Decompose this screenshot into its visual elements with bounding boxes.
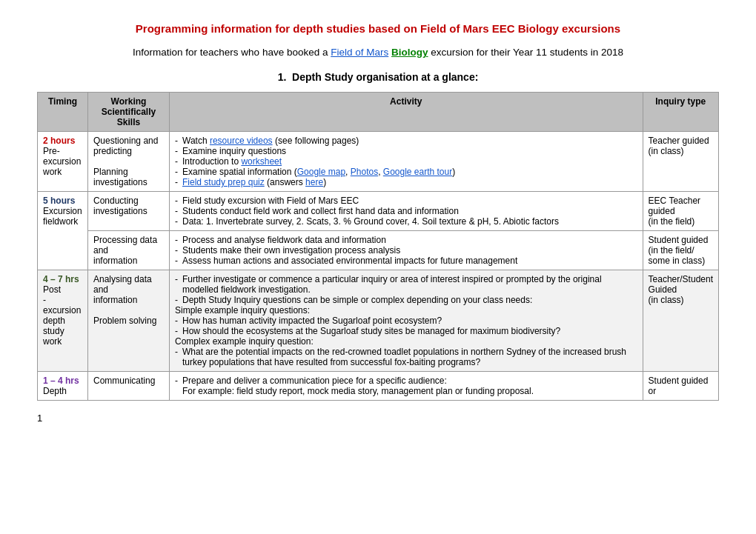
col-header-working: WorkingScientificallySkills: [88, 93, 170, 132]
activity-item: Data: 1. Invertebrate survey, 2. Scats, …: [175, 216, 637, 227]
inquiry-cell: Teacher/StudentGuided(in class): [643, 270, 718, 372]
google-earth-link[interactable]: Google earth tour: [383, 167, 452, 177]
activity-item: Students conduct field work and collect …: [175, 206, 637, 216]
activity-item: Watch resource videos (see following pag…: [175, 136, 637, 146]
activity-subheading: Simple example inquiry questions:: [175, 305, 310, 316]
worksheet-link[interactable]: worksheet: [241, 156, 282, 167]
timing-cell: 1 – 4 hrs Depth: [38, 372, 88, 401]
main-title: Programming information for depth studie…: [37, 22, 719, 35]
activity-item: Assess human actions and associated envi…: [175, 256, 637, 266]
activity-item: What are the potential impacts on the re…: [175, 347, 637, 367]
inquiry-cell: Student guidedor: [643, 372, 718, 401]
activity-item: Examine spatial information (Google map,…: [175, 167, 637, 177]
timing-label: 1 – 4 hrs: [43, 376, 79, 386]
activity-cell: Further investigate or commence a partic…: [170, 270, 643, 372]
working-cell: Conductinginvestigations: [88, 192, 170, 231]
activity-item: Field study excursion with Field of Mars…: [175, 196, 637, 206]
google-map-link[interactable]: Google map: [297, 167, 345, 177]
activity-cell: Process and analyse fieldwork data and i…: [170, 231, 643, 270]
section-title: 1. Depth Study organisation at a glance:: [37, 71, 719, 83]
activity-item: Field study prep quiz (answers here): [175, 177, 637, 187]
biology-link[interactable]: Biology: [391, 47, 428, 58]
working-cell: Questioning and predictingPlanning inves…: [88, 132, 170, 192]
activity-item: Examine inquiry questions: [175, 146, 637, 156]
timing-label: 2 hours: [43, 136, 75, 146]
activity-item: Process and analyse fieldwork data and i…: [175, 235, 637, 245]
inquiry-cell: Student guided(in the field/some in clas…: [643, 231, 718, 270]
timing-label: 4 – 7 hrs: [43, 274, 79, 284]
activity-item: Depth Study Inquiry questions can be sim…: [175, 295, 637, 305]
field-of-mars-link[interactable]: Field of Mars: [331, 47, 388, 58]
timing-sub: Pre-excursionwork: [43, 146, 81, 177]
table-row: 4 – 7 hrs Post-excursiondepth studywork …: [38, 270, 719, 372]
table-row: 5 hours Excursionfieldwork Conductinginv…: [38, 192, 719, 231]
inquiry-cell: Teacher guided(in class): [643, 132, 718, 192]
field-study-quiz-link[interactable]: Field study prep quiz: [182, 177, 265, 187]
timing-cell: 5 hours Excursionfieldwork: [38, 192, 88, 270]
answers-here-link[interactable]: here: [305, 177, 323, 187]
inquiry-cell: EEC Teacherguided(in the field): [643, 192, 718, 231]
table-row: 2 hours Pre-excursionwork Questioning an…: [38, 132, 719, 192]
table-row: Processing data andinformation Process a…: [38, 231, 719, 270]
working-cell: Analysing data andinformationProblem sol…: [88, 270, 170, 372]
subtitle-before: Information for teachers who have booked…: [133, 47, 331, 58]
subtitle-after: excursion for their Year 11 students in …: [428, 47, 623, 58]
photos-link[interactable]: Photos: [351, 167, 378, 177]
activity-item: Students make their own investigation pr…: [175, 245, 637, 256]
activity-cell: Field study excursion with Field of Mars…: [170, 192, 643, 231]
activity-item: How has human activity impacted the Suga…: [175, 316, 637, 326]
activity-cell: Prepare and deliver a communication piec…: [170, 372, 643, 401]
resource-videos-link[interactable]: resource videos: [210, 136, 273, 146]
activity-item: How should the ecosystems at the Sugarlo…: [175, 326, 637, 336]
page-number: 1: [37, 413, 719, 424]
activity-item: Further investigate or commence a partic…: [175, 274, 637, 295]
activity-item: Introduction to worksheet: [175, 156, 637, 167]
table-row: 1 – 4 hrs Depth Communicating Prepare an…: [38, 372, 719, 401]
working-cell: Communicating: [88, 372, 170, 401]
subtitle: Information for teachers who have booked…: [37, 47, 719, 58]
timing-sub: Excursionfieldwork: [43, 206, 82, 227]
col-header-inquiry: Inquiry type: [643, 93, 718, 132]
col-header-activity: Activity: [170, 93, 643, 132]
activity-subtext: For example: field study report, mock me…: [175, 386, 637, 396]
col-header-timing: Timing: [38, 93, 88, 132]
timing-sub: Post-excursiondepth studywork: [43, 284, 81, 347]
activity-subheading: Complex example inquiry question:: [175, 336, 314, 347]
activity-cell: Watch resource videos (see following pag…: [170, 132, 643, 192]
timing-sub: Depth: [43, 386, 67, 396]
timing-cell: 4 – 7 hrs Post-excursiondepth studywork: [38, 270, 88, 372]
main-table: Timing WorkingScientificallySkills Activ…: [37, 92, 719, 401]
working-cell: Processing data andinformation: [88, 231, 170, 270]
timing-cell: 2 hours Pre-excursionwork: [38, 132, 88, 192]
timing-label: 5 hours: [43, 196, 75, 206]
activity-item: Prepare and deliver a communication piec…: [175, 376, 637, 386]
